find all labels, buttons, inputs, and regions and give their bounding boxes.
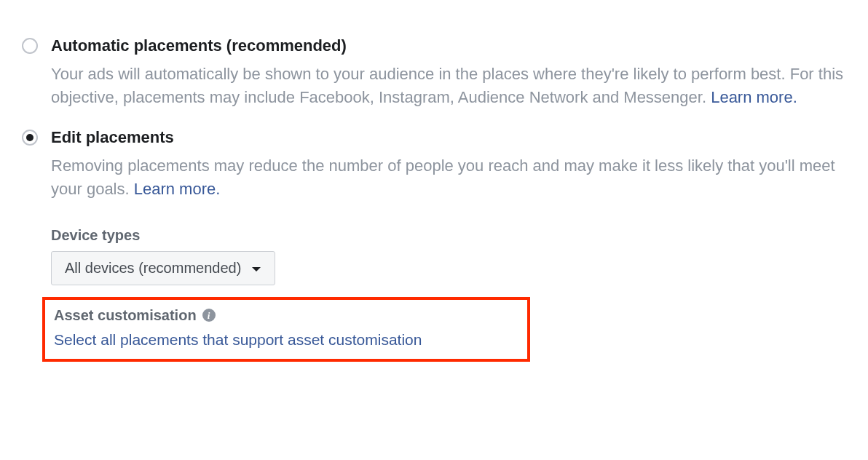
asset-customisation-heading: Asset customisation i — [54, 307, 216, 324]
radio-wrapper — [22, 128, 51, 146]
device-types-section: Device types All devices (recommended) — [51, 227, 846, 285]
device-types-heading: Device types — [51, 227, 846, 244]
learn-more-link-automatic[interactable]: Learn more. — [711, 88, 797, 106]
learn-more-link-edit[interactable]: Learn more. — [134, 180, 221, 198]
asset-customisation-select-all-link[interactable]: Select all placements that support asset… — [54, 331, 518, 349]
caret-down-icon — [251, 260, 261, 277]
option-content: Edit placements Removing placements may … — [51, 128, 846, 201]
option-automatic-placements: Automatic placements (recommended) Your … — [22, 36, 846, 109]
radio-dot-icon — [26, 134, 33, 141]
option-title-edit: Edit placements — [51, 128, 846, 147]
radio-edit[interactable] — [22, 130, 38, 146]
option-content: Automatic placements (recommended) Your … — [51, 36, 846, 109]
radio-automatic[interactable] — [22, 38, 38, 54]
option-desc-automatic: Your ads will automatically be shown to … — [51, 63, 846, 109]
dropdown-selected-value: All devices (recommended) — [65, 260, 241, 277]
asset-customisation-highlight: Asset customisation i Select all placeme… — [42, 297, 530, 362]
option-title-automatic: Automatic placements (recommended) — [51, 36, 846, 55]
info-icon[interactable]: i — [202, 309, 216, 322]
radio-wrapper — [22, 36, 51, 54]
option-edit-placements: Edit placements Removing placements may … — [22, 128, 846, 201]
asset-heading-text: Asset customisation — [54, 307, 197, 324]
device-types-dropdown[interactable]: All devices (recommended) — [51, 251, 275, 285]
option-desc-edit: Removing placements may reduce the numbe… — [51, 154, 846, 201]
